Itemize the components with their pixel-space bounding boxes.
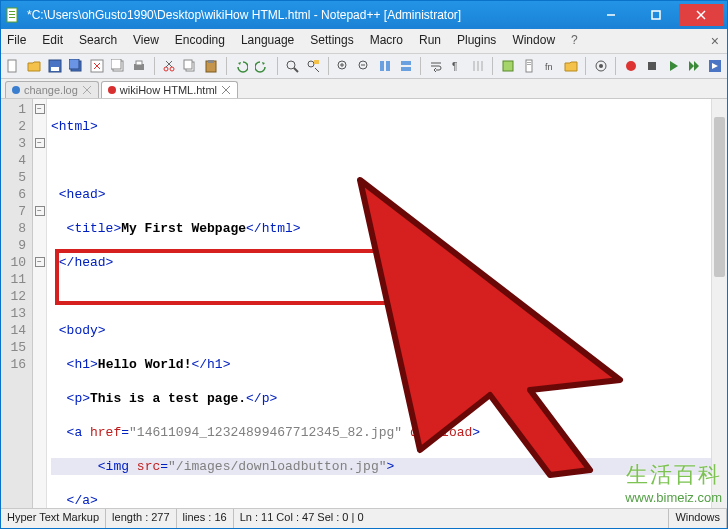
- status-position: Ln : 11 Col : 47 Sel : 0 | 0: [234, 509, 670, 528]
- svg-point-51: [599, 64, 603, 68]
- fold-toggle-icon[interactable]: −: [35, 257, 45, 267]
- maximize-button[interactable]: [634, 4, 678, 26]
- play-multi-icon[interactable]: [685, 57, 702, 75]
- record-macro-icon[interactable]: [622, 57, 639, 75]
- cut-icon[interactable]: [161, 57, 178, 75]
- fold-toggle-icon[interactable]: −: [35, 206, 45, 216]
- menu-search[interactable]: Search: [77, 31, 119, 51]
- sync-h-icon[interactable]: [397, 57, 414, 75]
- fold-toggle-icon[interactable]: −: [35, 104, 45, 114]
- close-all-icon[interactable]: [110, 57, 127, 75]
- doc-map-icon[interactable]: [520, 57, 537, 75]
- tabbar: change.log wikiHow HTML.html: [1, 79, 727, 99]
- svg-rect-31: [314, 60, 319, 64]
- svg-rect-5: [652, 11, 660, 19]
- save-icon[interactable]: [47, 57, 64, 75]
- menu-run[interactable]: Run: [417, 31, 443, 51]
- stop-macro-icon[interactable]: [643, 57, 660, 75]
- menu-file[interactable]: File: [5, 31, 28, 51]
- status-length: length : 277: [106, 509, 177, 528]
- tab-inactive[interactable]: change.log: [5, 81, 99, 98]
- window-title: *C:\Users\ohGusto1990\Desktop\wikiHow HT…: [27, 8, 589, 22]
- menu-edit[interactable]: Edit: [40, 31, 65, 51]
- svg-rect-10: [51, 67, 59, 71]
- menubar: File Edit Search View Encoding Language …: [1, 29, 727, 54]
- menu-settings[interactable]: Settings: [308, 31, 355, 51]
- close-menubar-icon[interactable]: ×: [709, 31, 723, 51]
- svg-rect-45: [503, 61, 513, 71]
- svg-point-20: [164, 67, 168, 71]
- vertical-scrollbar[interactable]: [711, 99, 727, 508]
- menu-help[interactable]: ?: [569, 31, 580, 51]
- menu-view[interactable]: View: [131, 31, 161, 51]
- zoom-in-icon[interactable]: [335, 57, 352, 75]
- scrollbar-thumb[interactable]: [714, 117, 725, 277]
- print-icon[interactable]: [131, 57, 148, 75]
- wordwrap-icon[interactable]: [427, 57, 444, 75]
- tab-label: change.log: [24, 84, 78, 96]
- fold-gutter: − − − −: [33, 99, 47, 508]
- show-all-chars-icon[interactable]: ¶: [448, 57, 465, 75]
- svg-rect-39: [401, 61, 411, 65]
- redo-icon[interactable]: [254, 57, 271, 75]
- undo-icon[interactable]: [233, 57, 250, 75]
- monitor-icon[interactable]: [592, 57, 609, 75]
- status-lines: lines : 16: [177, 509, 234, 528]
- menu-language[interactable]: Language: [239, 31, 296, 51]
- menu-plugins[interactable]: Plugins: [455, 31, 498, 51]
- indent-guide-icon[interactable]: [469, 57, 486, 75]
- menu-encoding[interactable]: Encoding: [173, 31, 227, 51]
- new-file-icon[interactable]: [5, 57, 22, 75]
- open-file-icon[interactable]: [26, 57, 43, 75]
- svg-rect-2: [9, 14, 15, 15]
- close-button[interactable]: [679, 4, 723, 26]
- svg-rect-40: [401, 67, 411, 71]
- file-modified-icon: [108, 86, 116, 94]
- tab-close-icon[interactable]: [82, 85, 92, 95]
- svg-point-30: [308, 61, 314, 67]
- svg-rect-46: [526, 60, 532, 72]
- svg-rect-37: [380, 61, 384, 71]
- find-icon[interactable]: [284, 57, 301, 75]
- save-macro-icon[interactable]: [706, 57, 723, 75]
- paste-icon[interactable]: [203, 57, 220, 75]
- svg-rect-17: [111, 59, 121, 69]
- svg-point-21: [170, 67, 174, 71]
- svg-rect-3: [9, 17, 15, 18]
- minimize-button[interactable]: [589, 4, 633, 26]
- status-os: Windows: [669, 509, 727, 528]
- save-all-icon[interactable]: [68, 57, 85, 75]
- menu-macro[interactable]: Macro: [368, 31, 405, 51]
- titlebar: *C:\Users\ohGusto1990\Desktop\wikiHow HT…: [1, 1, 727, 29]
- play-macro-icon[interactable]: [664, 57, 681, 75]
- svg-rect-1: [9, 11, 15, 12]
- zoom-out-icon[interactable]: [356, 57, 373, 75]
- statusbar: Hyper Text Markup length : 277 lines : 1…: [1, 508, 727, 528]
- svg-rect-47: [527, 62, 531, 63]
- code-content[interactable]: <html> <head> <title>My First Webpage</h…: [47, 99, 727, 508]
- editor-area[interactable]: 1234 5678 9101112 13141516 − − − − <html…: [1, 99, 727, 508]
- svg-text:¶: ¶: [452, 61, 457, 72]
- line-number-gutter: 1234 5678 9101112 13141516: [1, 99, 33, 508]
- menu-window[interactable]: Window: [510, 31, 557, 51]
- svg-rect-19: [136, 61, 142, 65]
- svg-rect-25: [184, 60, 192, 69]
- tab-close-icon[interactable]: [221, 85, 231, 95]
- func-list-icon[interactable]: fn: [541, 57, 558, 75]
- toolbar: ¶ fn: [1, 54, 727, 79]
- close-file-icon[interactable]: [89, 57, 106, 75]
- svg-rect-27: [208, 60, 214, 63]
- svg-rect-12: [69, 59, 79, 69]
- copy-icon[interactable]: [182, 57, 199, 75]
- sync-v-icon[interactable]: [377, 57, 394, 75]
- svg-rect-53: [648, 62, 656, 70]
- ud-lang-icon[interactable]: [499, 57, 516, 75]
- fold-toggle-icon[interactable]: −: [35, 138, 45, 148]
- replace-icon[interactable]: [305, 57, 322, 75]
- folder-view-icon[interactable]: [562, 57, 579, 75]
- svg-rect-8: [8, 60, 16, 72]
- tab-label: wikiHow HTML.html: [120, 84, 217, 96]
- app-icon: [5, 7, 21, 23]
- tab-active[interactable]: wikiHow HTML.html: [101, 81, 238, 98]
- svg-line-29: [294, 68, 298, 72]
